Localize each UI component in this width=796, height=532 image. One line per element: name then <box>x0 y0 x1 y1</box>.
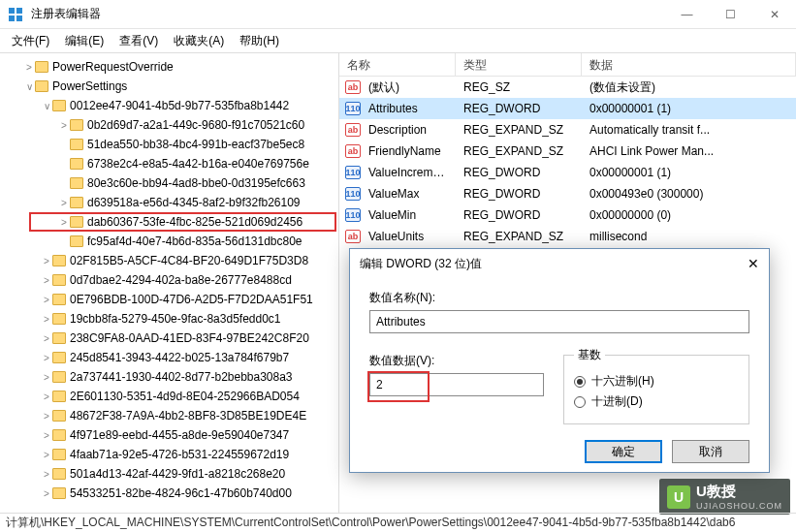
cell-data: AHCI Link Power Man... <box>582 144 796 158</box>
tree-item[interactable]: >4f971e89-eebd-4455-a8de-9e59040e7347 <box>0 425 338 445</box>
col-data[interactable]: 数据 <box>582 53 796 76</box>
list-row[interactable]: 110ValueMaxREG_DWORD0x000493e0 (300000) <box>339 183 796 204</box>
expander-icon[interactable]: > <box>58 217 70 228</box>
tree-item-label: PowerSettings <box>52 79 127 93</box>
radio-hex[interactable]: 十六进制(H) <box>574 373 739 390</box>
tree-item[interactable]: >d639518a-e56d-4345-8af2-b9f32fb26109 <box>0 193 338 212</box>
expander-icon[interactable]: > <box>41 353 52 363</box>
tree-item[interactable]: >dab60367-53fe-4fbc-825e-521d069d2456 <box>0 212 338 232</box>
tree-item[interactable]: ∨PowerSettings <box>0 77 338 96</box>
tree-item[interactable]: >19cbb8fa-5279-450e-9fac-8a3d5fedd0c1 <box>0 309 338 329</box>
expander-icon[interactable]: > <box>58 120 70 131</box>
folder-icon <box>52 429 66 441</box>
folder-icon <box>52 391 66 402</box>
cell-data: (数值未设置) <box>582 79 796 96</box>
list-row[interactable]: 110AttributesREG_DWORD0x00000001 (1) <box>339 98 796 119</box>
tree-item[interactable]: fc95af4d-40e7-4b6d-835a-56d131dbc80e <box>0 232 338 251</box>
expander-icon[interactable]: > <box>41 314 52 325</box>
cell-name: (默认) <box>361 79 456 96</box>
cancel-button[interactable]: 取消 <box>672 440 749 463</box>
expander-icon[interactable]: > <box>41 333 52 344</box>
tree-item-label: 2E601130-5351-4d9d-8E04-252966BAD054 <box>70 390 300 403</box>
folder-icon <box>70 197 83 208</box>
tree-item[interactable]: 51dea550-bb38-4bc4-991b-eacf37be5ec8 <box>0 135 338 154</box>
dword-value-icon: 110 <box>345 166 361 179</box>
tree-item[interactable]: >245d8541-3943-4422-b025-13a784f679b7 <box>0 348 338 367</box>
col-name[interactable]: 名称 <box>339 53 456 76</box>
tree-item[interactable]: >2a737441-1930-4402-8d77-b2bebba308a3 <box>0 367 338 387</box>
tree-item[interactable]: ∨0012ee47-9041-4b5d-9b77-535fba8b1442 <box>0 96 338 115</box>
folder-icon <box>70 139 83 150</box>
list-row[interactable]: 110ValueMinREG_DWORD0x00000000 (0) <box>339 204 796 226</box>
expander-icon[interactable]: > <box>41 256 52 266</box>
tree-item[interactable]: >48672F38-7A9A-4bb2-8BF8-3D85BE19DE4E <box>0 406 338 425</box>
close-button[interactable]: ✕ <box>752 0 796 29</box>
tree-item-label: 238C9FA8-0AAD-41ED-83F4-97BE242C8F20 <box>70 331 309 345</box>
cell-type: REG_SZ <box>456 80 582 94</box>
list-header: 名称 类型 数据 <box>339 53 796 77</box>
maximize-button[interactable]: ☐ <box>709 0 752 29</box>
list-row[interactable]: abValueUnitsREG_EXPAND_SZmillisecond <box>339 226 796 247</box>
menu-help[interactable]: 帮助(H) <box>232 31 287 51</box>
expander-icon[interactable]: > <box>41 411 52 422</box>
cell-name: ValueMax <box>361 187 456 201</box>
menu-file[interactable]: 文件(F) <box>4 31 57 51</box>
tree-view[interactable]: >PowerRequestOverride∨PowerSettings∨0012… <box>0 53 339 513</box>
svg-rect-2 <box>9 16 15 21</box>
tree-item-label: 6738e2c4-e8a5-4a42-b16a-e040e769756e <box>87 157 309 171</box>
cell-type: REG_DWORD <box>456 166 582 179</box>
tree-item[interactable]: >0b2d69d7-a2a1-449c-9680-f91c70521c60 <box>0 115 338 135</box>
value-data-input[interactable] <box>369 373 544 396</box>
menu-favorites[interactable]: 收藏夹(A) <box>166 31 232 51</box>
expander-icon[interactable]: > <box>41 295 52 305</box>
dialog-close-icon[interactable]: ✕ <box>748 256 759 271</box>
radio-dec[interactable]: 十进制(D) <box>574 393 739 410</box>
cell-type: REG_DWORD <box>456 102 582 115</box>
tree-item[interactable]: >0E796BDB-100D-47D6-A2D5-F7D2DAA51F51 <box>0 290 338 309</box>
expander-icon[interactable]: > <box>58 198 70 208</box>
base-fieldset: 基数 十六进制(H) 十进制(D) <box>563 347 749 424</box>
cell-name: Attributes <box>361 102 456 115</box>
tree-item[interactable]: >0d7dbae2-4294-402a-ba8e-26777e8488cd <box>0 270 338 290</box>
window-title: 注册表编辑器 <box>31 6 665 22</box>
tree-item[interactable]: >2E601130-5351-4d9d-8E04-252966BAD054 <box>0 387 338 406</box>
expander-icon[interactable]: > <box>41 469 52 480</box>
tree-item[interactable]: >501a4d13-42af-4429-9fd1-a8218c268e20 <box>0 464 338 484</box>
expander-icon[interactable]: ∨ <box>41 101 52 111</box>
expander-icon[interactable]: > <box>23 62 35 73</box>
expander-icon[interactable]: ∨ <box>23 81 35 92</box>
folder-icon <box>35 80 48 92</box>
expander-icon[interactable]: > <box>41 275 52 286</box>
expander-icon[interactable]: > <box>41 450 52 460</box>
menu-edit[interactable]: 编辑(E) <box>57 31 111 51</box>
tree-item[interactable]: >4faab71a-92e5-4726-b531-224559672d19 <box>0 445 338 464</box>
minimize-button[interactable]: — <box>665 0 709 29</box>
expander-icon[interactable]: > <box>41 430 52 441</box>
tree-item[interactable]: 80e3c60e-bb94-4ad8-bbe0-0d3195efc663 <box>0 173 338 193</box>
list-row[interactable]: abFriendlyNameREG_EXPAND_SZAHCI Link Pow… <box>339 141 796 162</box>
cell-data: 0x00000001 (1) <box>582 102 796 115</box>
cell-name: ValueIncrement <box>361 166 456 179</box>
expander-icon[interactable]: > <box>41 372 52 383</box>
ok-button[interactable]: 确定 <box>585 440 662 463</box>
expander-icon[interactable]: > <box>41 488 52 499</box>
list-row[interactable]: 110ValueIncrementREG_DWORD0x00000001 (1) <box>339 162 796 183</box>
folder-icon <box>52 332 66 344</box>
folder-icon <box>35 61 48 73</box>
dialog-titlebar: 编辑 DWORD (32 位)值 ✕ <box>350 249 769 278</box>
tree-item[interactable]: >238C9FA8-0AAD-41ED-83F4-97BE242C8F20 <box>0 329 338 348</box>
cell-name: FriendlyName <box>361 144 456 158</box>
tree-item[interactable]: >PowerRequestOverride <box>0 57 338 77</box>
tree-item[interactable]: >02F815B5-A5CF-4C84-BF20-649D1F75D3D8 <box>0 251 338 270</box>
list-row[interactable]: ab(默认)REG_SZ(数值未设置) <box>339 77 796 98</box>
folder-icon <box>70 119 83 131</box>
tree-item-label: 0b2d69d7-a2a1-449c-9680-f91c70521c60 <box>87 118 304 132</box>
cell-data: 0x00000000 (0) <box>582 208 796 222</box>
value-name-input[interactable] <box>369 310 749 333</box>
col-type[interactable]: 类型 <box>456 53 582 76</box>
menu-view[interactable]: 查看(V) <box>111 31 166 51</box>
list-row[interactable]: abDescriptionREG_EXPAND_SZAutomatically … <box>339 119 796 141</box>
tree-item[interactable]: 6738e2c4-e8a5-4a42-b16a-e040e769756e <box>0 154 338 173</box>
tree-item[interactable]: >54533251-82be-4824-96c1-47b60b740d00 <box>0 484 338 503</box>
expander-icon[interactable]: > <box>41 391 52 402</box>
